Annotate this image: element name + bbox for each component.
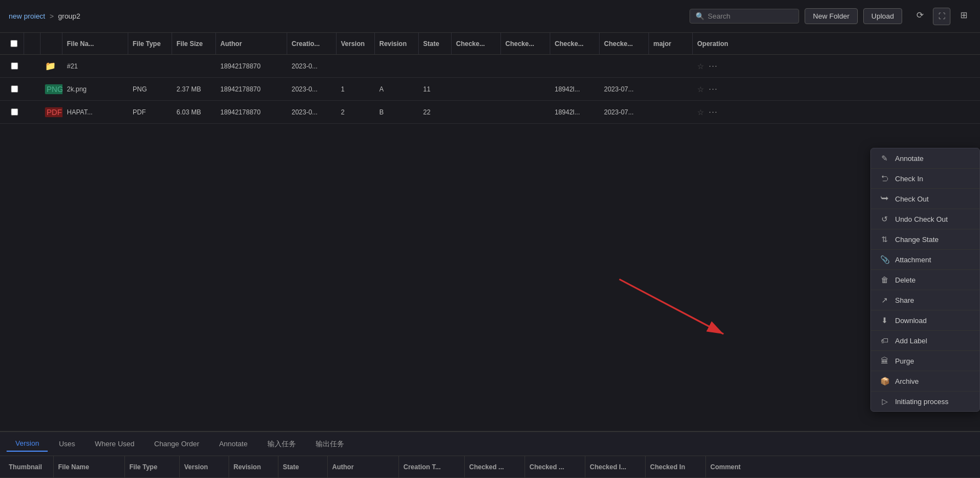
bth-checked-out: Checked ...: [465, 456, 525, 477]
tab-annotate[interactable]: Annotate: [210, 436, 257, 451]
row-checkbox[interactable]: [11, 85, 18, 93]
more-options-icon[interactable]: ···: [709, 61, 717, 71]
star-icon[interactable]: ☆: [697, 108, 704, 117]
context-menu-add-label[interactable]: 🏷 Add Label: [871, 331, 979, 351]
th-pin: [24, 33, 41, 54]
filename-cell: HAPAT...: [62, 108, 128, 116]
context-menu-checkout[interactable]: ⮩ Check Out: [871, 189, 979, 209]
bottom-tabs: Version Uses Where Used Change Order Ann…: [0, 432, 980, 456]
table-row: PDF HAPAT... PDF 6.03 MB 18942178870 202…: [0, 101, 980, 124]
operation-cell: ☆ ···: [693, 84, 748, 94]
context-menu-label: Delete: [895, 276, 916, 284]
more-options-icon[interactable]: ···: [709, 84, 717, 94]
breadcrumb-separator: >: [49, 12, 54, 20]
context-menu-share[interactable]: ↗ Share: [871, 290, 979, 310]
archive-icon: 📦: [880, 377, 890, 385]
th-checked4: Checke...: [600, 33, 649, 54]
th-filename: File Na...: [62, 33, 128, 54]
row-checkbox-cell[interactable]: [4, 85, 24, 93]
context-menu-purge[interactable]: 🏛 Purge: [871, 351, 979, 371]
th-author: Author: [216, 33, 287, 54]
context-menu-undo-checkout[interactable]: ↺ Undo Check Out: [871, 209, 979, 229]
search-box[interactable]: 🔍: [690, 9, 799, 24]
version-cell: 2: [337, 108, 375, 116]
header-icons: ⟳ ⛶ ⊞: [912, 8, 971, 25]
filename-cell: #21: [62, 62, 128, 70]
author-cell: 18942178870: [216, 62, 287, 70]
context-menu-label: Add Label: [895, 337, 927, 345]
row-checkbox-cell[interactable]: [4, 108, 24, 116]
th-check[interactable]: [4, 33, 24, 54]
file-icon-cell: PNG: [41, 84, 62, 94]
context-menu-label: Initiating process: [895, 398, 949, 406]
bth-checked-out2: Checked ...: [525, 456, 585, 477]
new-folder-button[interactable]: New Folder: [805, 8, 857, 24]
filetype-cell: PDF: [128, 108, 172, 116]
file-icon-cell: 📁: [41, 61, 62, 71]
th-operation: Operation: [693, 33, 748, 54]
context-menu-delete[interactable]: 🗑 Delete: [871, 270, 979, 290]
tab-where-used[interactable]: Where Used: [86, 436, 143, 451]
tab-change-order[interactable]: Change Order: [145, 436, 208, 451]
th-version: Version: [337, 33, 375, 54]
context-menu-download[interactable]: ⬇ Download: [871, 310, 979, 331]
state-cell: 22: [419, 108, 452, 116]
checkout-icon: ⮩: [880, 194, 890, 203]
tab-version[interactable]: Version: [7, 436, 48, 452]
file-icon-cell: PDF: [41, 107, 62, 117]
revision-cell: B: [375, 108, 419, 116]
creation-cell: 2023-0...: [287, 85, 337, 93]
row-checkbox-cell[interactable]: [4, 62, 24, 70]
context-menu-label: Attachment: [895, 256, 931, 264]
th-checked2: Checke...: [501, 33, 550, 54]
pdf-icon: PDF: [45, 107, 62, 117]
delete-icon: 🗑: [880, 275, 890, 284]
table-header: File Na... File Type File Size Author Cr…: [0, 33, 980, 55]
filename-cell: 2k.png: [62, 85, 128, 93]
more-options-icon[interactable]: ···: [709, 107, 717, 117]
context-menu-annotate[interactable]: ✎ Annotate: [871, 148, 979, 169]
header-right: 🔍 New Folder Upload ⟳ ⛶ ⊞: [690, 8, 971, 25]
th-filetype: File Type: [128, 33, 172, 54]
purge-icon: 🏛: [880, 356, 890, 365]
tab-output-task[interactable]: 输出任务: [307, 436, 353, 452]
filesize-cell: 6.03 MB: [172, 108, 216, 116]
operation-cell: ☆ ···: [693, 61, 748, 71]
context-menu-initiating-process[interactable]: ▷ Initiating process: [871, 391, 979, 411]
tab-input-task[interactable]: 输入任务: [259, 436, 305, 452]
breadcrumb-parent[interactable]: new proiect: [9, 12, 45, 20]
context-menu-archive[interactable]: 📦 Archive: [871, 371, 979, 391]
refresh-icon[interactable]: ⟳: [912, 8, 927, 23]
checked4-cell: 2023-07...: [600, 108, 649, 116]
table-row: 📁 #21 18942178870 2023-0... ☆ ···: [0, 55, 980, 78]
search-input[interactable]: [708, 12, 784, 20]
context-menu-change-state[interactable]: ⇅ Change State: [871, 229, 979, 250]
creation-cell: 2023-0...: [287, 108, 337, 116]
context-menu-checkin[interactable]: ⮌ Check In: [871, 169, 979, 189]
checked3-cell: 18942l...: [550, 108, 600, 116]
th-checked1: Checke...: [452, 33, 501, 54]
star-icon[interactable]: ☆: [697, 85, 704, 94]
context-menu-label: Check Out: [895, 195, 928, 203]
main-table-area: File Na... File Type File Size Author Cr…: [0, 33, 980, 124]
expand-icon[interactable]: ⛶: [933, 8, 950, 25]
context-menu-label: Archive: [895, 377, 919, 385]
th-creation: Creatio...: [287, 33, 337, 54]
row-checkbox[interactable]: [11, 108, 18, 116]
annotate-icon: ✎: [880, 154, 890, 163]
bottom-table-header: Thumbnail File Name File Type Version Re…: [0, 456, 980, 478]
star-icon[interactable]: ☆: [697, 62, 704, 71]
row-checkbox[interactable]: [11, 62, 18, 70]
select-all-checkbox[interactable]: [10, 40, 18, 47]
change-state-icon: ⇅: [880, 235, 890, 244]
table-row: PNG 2k.png PNG 2.37 MB 18942178870 2023-…: [0, 78, 980, 101]
grid-icon[interactable]: ⊞: [956, 8, 971, 23]
context-menu: ✎ Annotate ⮌ Check In ⮩ Check Out ↺ Undo…: [870, 148, 980, 412]
checked3-cell: 18942l...: [550, 85, 600, 93]
tab-uses[interactable]: Uses: [50, 436, 84, 451]
bth-filetype: File Type: [125, 456, 180, 477]
context-menu-attachment[interactable]: 📎 Attachment: [871, 250, 979, 270]
state-cell: 11: [419, 85, 452, 93]
svg-line-1: [619, 279, 723, 334]
upload-button[interactable]: Upload: [863, 8, 902, 24]
